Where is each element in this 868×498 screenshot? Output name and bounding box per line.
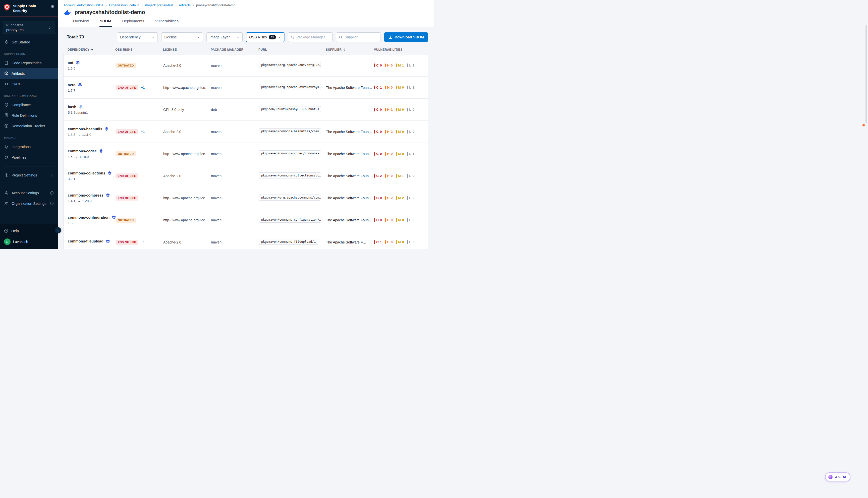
vuln-severity-bar <box>374 196 375 200</box>
filter-group: DependencyLicenseImage LayerOSS Risks01 <box>117 32 284 42</box>
supplier-search[interactable] <box>336 32 381 42</box>
sidebar-item-label: Compliance <box>12 103 31 107</box>
sort-desc-icon[interactable] <box>91 49 93 51</box>
vuln-severity-bar <box>396 86 397 89</box>
purl-value[interactable]: pkg:deb/ubuntu/bash@5.1-6ubuntu1 <box>259 106 321 112</box>
column-header-oss-risks[interactable]: OSS RISKS <box>115 48 163 51</box>
supplier-cell: The Apache Software Foun… <box>326 174 374 178</box>
vuln-severity-bar <box>396 218 397 222</box>
tab-sbom[interactable]: SBOM <box>100 19 112 27</box>
purl-value[interactable]: pkg:maven/commons-beanutils/comm… <box>259 128 321 134</box>
purl-value[interactable]: pkg:maven/org.apache.avro/avro@1… <box>259 84 321 90</box>
sidebar-item-ci-cd[interactable]: CI/CD <box>0 79 58 89</box>
tab-deployments[interactable]: Deployments <box>122 19 145 27</box>
nav-section-label-supply-chain: SUPPLY CHAIN <box>0 48 58 58</box>
oss-risk-more-link[interactable]: +1 <box>141 86 145 89</box>
oss-risk-more-link[interactable]: +1 <box>141 174 145 178</box>
sidebar-item-project-settings[interactable]: Project Settings <box>0 170 58 181</box>
sidebar-item-organization-settings[interactable]: Organization Settings <box>0 198 58 209</box>
column-header-purl[interactable]: PURL <box>258 48 326 51</box>
sidebar-item-label: Pipelines <box>12 155 26 159</box>
breadcrumb-item-0[interactable]: Account: Automation-SSCA <box>64 3 103 7</box>
vuln-count-high: H0 <box>385 174 392 178</box>
dependency-row-avro[interactable]: avro1.7.7END OF LIFE+1http---www.apache.… <box>64 77 428 99</box>
purl-value[interactable]: pkg:maven/commons-configuration/… <box>259 217 321 223</box>
filter-count-badge: 01 <box>269 35 276 39</box>
dependency-row-commons-beanutils[interactable]: commons-beanutils1.8.3→1.11.0END OF LIFE… <box>64 121 428 143</box>
chevron-down-icon <box>152 36 155 39</box>
oss-risk-more-link[interactable]: +1 <box>141 130 145 133</box>
upgrade-arrow-icon: → <box>77 133 80 136</box>
dependency-row-commons-compress[interactable]: commons-compress1.4.1→1.28.0END OF LIFE+… <box>64 187 428 209</box>
column-header-dependency[interactable]: DEPENDENCY <box>67 48 115 51</box>
breadcrumb-item-2[interactable]: Project: pranay-test <box>145 3 173 7</box>
sidebar-item-rule-definitions[interactable]: Rule Definitions <box>0 110 58 121</box>
info-icon <box>50 201 54 205</box>
column-header-supplier[interactable]: SUPPLIER <box>326 48 374 51</box>
purl-value[interactable]: pkg:maven/commons-fileupload/… <box>259 239 318 245</box>
tab-vulnerabilities[interactable]: Vulnerabilities <box>155 19 179 27</box>
dependency-row-commons-collections[interactable]: commons-collections3.2.1END OF LIFE+1Apa… <box>64 165 428 187</box>
project-selector[interactable]: PROJECT pranay-test <box>3 21 55 35</box>
purl-value[interactable]: pkg:maven/org.apache.commons/com… <box>259 195 321 200</box>
column-header-vulnerabilities[interactable]: VULNERABILITIES <box>374 48 425 51</box>
supplier-search-input[interactable] <box>345 35 378 39</box>
license-cell: Apache-2.0 <box>163 130 211 134</box>
dependency-row-bash[interactable]: bash5.1-6ubuntu1-GPL-3.0-onlydebpkg:deb/… <box>64 99 428 121</box>
sidebar-item-integrations[interactable]: Integrations <box>0 142 58 152</box>
sidebar-item-account-settings[interactable]: Account Settings <box>0 188 58 198</box>
purl-value[interactable]: pkg:maven/commons-codec/commons-… <box>259 150 321 156</box>
oss-risk-more-link[interactable]: +1 <box>141 240 145 244</box>
search-icon <box>290 35 294 39</box>
dependency-row-commons-configuration[interactable]: commons-configuration1.6OUTDATEDhttp---w… <box>64 209 428 231</box>
sidebar-item-compliance[interactable]: Compliance <box>0 100 58 110</box>
dependency-row-ant[interactable]: ant1.6.5OUTDATEDApache-2.0mavenpkg:maven… <box>64 54 428 77</box>
filter-image-layer[interactable]: Image Layer <box>206 32 243 42</box>
purl-value[interactable]: pkg:maven/commons-collections/co… <box>259 172 321 179</box>
purl-value[interactable]: pkg:maven/org.apache.ant/ant@1.6… <box>259 62 321 68</box>
nav-section-label-manage: MANAGE <box>0 131 58 142</box>
help-icon <box>4 229 8 233</box>
filter-oss-risks[interactable]: OSS Risks01 <box>246 32 284 42</box>
oss-risk-more-link[interactable]: +1 <box>141 196 145 200</box>
sort-icon[interactable] <box>343 49 345 51</box>
project-label: PROJECT <box>11 24 24 26</box>
vuln-count-medium: M0 <box>396 218 404 222</box>
sidebar-item-remediation-tracker[interactable]: Remediation Tracker <box>0 121 58 131</box>
sidebar-item-artifacts[interactable]: Artifacts <box>0 68 58 79</box>
vulnerabilities-cell: C0H0M1L2 <box>374 64 428 67</box>
supplier-cell: The Apache Software Foun… <box>326 218 374 222</box>
column-header-package-manager[interactable]: PACKAGE MANAGER <box>211 48 258 51</box>
divider <box>4 184 54 184</box>
sidebar-item-pipelines[interactable]: Pipelines <box>0 152 58 163</box>
sidebar-collapse-handle[interactable]: ‹ <box>55 227 61 233</box>
vuln-count-medium: M2 <box>396 196 404 200</box>
download-sbom-button[interactable]: Download SBOM <box>384 32 428 42</box>
package-manager-search-input[interactable] <box>296 35 330 39</box>
filter-license[interactable]: License <box>161 32 203 42</box>
apps-grid-icon[interactable] <box>51 4 54 9</box>
vuln-count-high: H2 <box>385 196 392 200</box>
sidebar-item-get-started[interactable]: Get Started <box>0 37 58 48</box>
breadcrumb-item-3[interactable]: Artifacts <box>179 3 191 7</box>
vulnerabilities-cell: C1H0M0L0 <box>374 240 428 244</box>
vuln-count-medium: M1 <box>396 174 404 178</box>
sidebar-item-code-repositories[interactable]: Code Repositories <box>0 58 58 68</box>
pipelines-icon <box>4 155 9 159</box>
tab-overview[interactable]: Overview <box>73 19 89 27</box>
filter-dependency[interactable]: Dependency <box>117 32 158 42</box>
package-manager-search[interactable] <box>288 32 333 42</box>
supplier-cell: The Apache Software Foun… <box>326 86 374 90</box>
layers-icon <box>79 105 83 109</box>
dependency-row-commons-fileupload[interactable]: commons-fileuploadEND OF LIFE+1Apache-2.… <box>64 231 428 249</box>
oss-risks-cell: OUTDATED <box>116 152 163 156</box>
dependency-row-commons-codec[interactable]: commons-codec1.6→1.19.0OUTDATEDhttp---ww… <box>64 143 428 165</box>
user-menu[interactable]: L Lavakush <box>4 238 54 245</box>
help-button[interactable]: Help <box>4 229 54 233</box>
vuln-count-critical: C0 <box>374 152 382 156</box>
column-header-license[interactable]: LICENSE <box>163 48 211 51</box>
package-manager-cell: maven <box>211 130 259 134</box>
dependency-name: commons-fileupload <box>68 239 112 244</box>
breadcrumb-item-1[interactable]: Organization: default <box>109 3 139 7</box>
license-cell: http---www.apache.org-lice… <box>163 152 211 156</box>
